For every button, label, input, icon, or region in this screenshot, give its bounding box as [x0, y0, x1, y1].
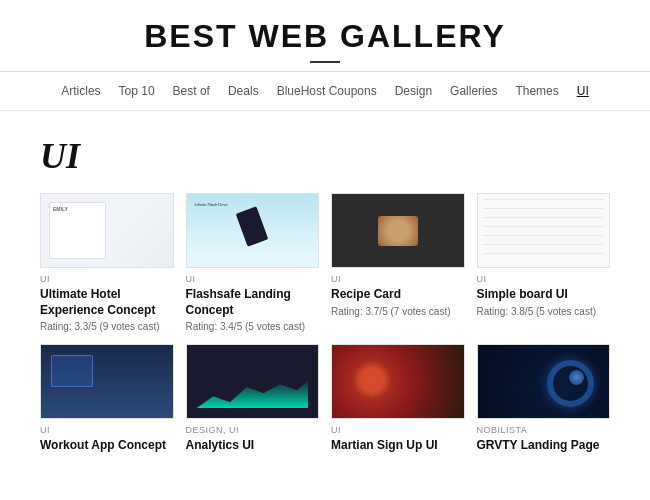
gallery-thumb — [186, 344, 320, 419]
item-category: UI — [186, 274, 320, 284]
item-rating: Rating: 3.4/5 (5 votes cast) — [186, 321, 320, 332]
item-title: Martian Sign Up UI — [331, 438, 465, 454]
nav-bluehost[interactable]: BlueHost Coupons — [277, 84, 377, 98]
nav-top10[interactable]: Top 10 — [119, 84, 155, 98]
gallery-item[interactable]: NOBILISTA GRVTY Landing Page — [477, 344, 611, 457]
item-title: Analytics UI — [186, 438, 320, 454]
item-category: UI — [331, 274, 465, 284]
site-header: BEST WEB GALLERY — [0, 0, 650, 72]
item-category: UI — [40, 274, 174, 284]
item-category: NOBILISTA — [477, 425, 611, 435]
gallery-grid: UI Ultimate Hotel Experience Concept Rat… — [0, 193, 650, 477]
item-category: UI — [40, 425, 174, 435]
item-title: Ultimate Hotel Experience Concept — [40, 287, 174, 318]
header-divider — [310, 61, 340, 63]
gallery-item[interactable]: UI Workout App Concept — [40, 344, 174, 457]
item-rating: Rating: 3.7/5 (7 votes cast) — [331, 306, 465, 317]
gallery-thumb — [331, 344, 465, 419]
nav-design[interactable]: Design — [395, 84, 432, 98]
item-category: DESIGN, UI — [186, 425, 320, 435]
gallery-thumb — [477, 193, 611, 268]
nav-galleries[interactable]: Galleries — [450, 84, 497, 98]
main-nav: Articles Top 10 Best of Deals BlueHost C… — [0, 72, 650, 111]
gallery-item[interactable]: UI Flashsafe Landing Concept Rating: 3.4… — [186, 193, 320, 332]
item-rating: Rating: 3.8/5 (5 votes cast) — [477, 306, 611, 317]
nav-themes[interactable]: Themes — [515, 84, 558, 98]
item-category: UI — [331, 425, 465, 435]
gallery-thumb — [186, 193, 320, 268]
item-rating: Rating: 3.3/5 (9 votes cast) — [40, 321, 174, 332]
nav-articles[interactable]: Articles — [61, 84, 100, 98]
gallery-item[interactable]: DESIGN, UI Analytics UI — [186, 344, 320, 457]
item-title: Flashsafe Landing Concept — [186, 287, 320, 318]
item-title: Recipe Card — [331, 287, 465, 303]
gallery-item[interactable]: UI Recipe Card Rating: 3.7/5 (7 votes ca… — [331, 193, 465, 332]
site-title: BEST WEB GALLERY — [20, 18, 630, 55]
gallery-item[interactable]: UI Ultimate Hotel Experience Concept Rat… — [40, 193, 174, 332]
gallery-thumb — [40, 344, 174, 419]
gallery-thumb — [331, 193, 465, 268]
item-title: Workout App Concept — [40, 438, 174, 454]
nav-ui[interactable]: UI — [577, 84, 589, 98]
page-title: UI — [0, 111, 650, 193]
gallery-item[interactable]: UI Martian Sign Up UI — [331, 344, 465, 457]
gallery-thumb — [40, 193, 174, 268]
nav-bestof[interactable]: Best of — [173, 84, 210, 98]
gallery-item[interactable]: UI Simple board UI Rating: 3.8/5 (5 vote… — [477, 193, 611, 332]
item-title: GRVTY Landing Page — [477, 438, 611, 454]
item-title: Simple board UI — [477, 287, 611, 303]
gallery-thumb — [477, 344, 611, 419]
item-category: UI — [477, 274, 611, 284]
nav-deals[interactable]: Deals — [228, 84, 259, 98]
